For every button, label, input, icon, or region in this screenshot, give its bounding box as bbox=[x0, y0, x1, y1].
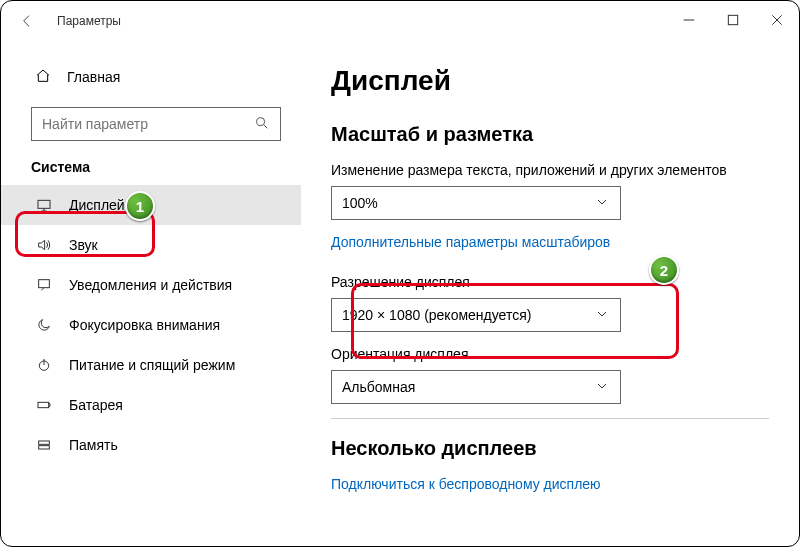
search-box[interactable] bbox=[31, 107, 281, 141]
sidebar: Главная Система Дисплей Звук Уведомл bbox=[1, 41, 301, 546]
scale-advanced-link[interactable]: Дополнительные параметры масштабиров bbox=[331, 234, 610, 250]
notifications-icon bbox=[35, 277, 53, 293]
wireless-display-link[interactable]: Подключиться к беспроводному дисплею bbox=[331, 476, 601, 492]
sidebar-item-label: Уведомления и действия bbox=[69, 277, 232, 293]
search-icon bbox=[254, 115, 270, 134]
close-button[interactable] bbox=[767, 12, 787, 31]
chevron-down-icon bbox=[594, 194, 610, 213]
sidebar-item-label: Фокусировка внимания bbox=[69, 317, 220, 333]
focus-icon bbox=[35, 317, 53, 333]
sidebar-item-label: Дисплей bbox=[69, 197, 125, 213]
window-title: Параметры bbox=[57, 14, 121, 28]
sidebar-item-label: Батарея bbox=[69, 397, 123, 413]
svg-rect-5 bbox=[38, 402, 49, 407]
sidebar-section: Система bbox=[1, 159, 301, 185]
svg-rect-7 bbox=[39, 446, 50, 449]
power-icon bbox=[35, 357, 53, 373]
maximize-icon bbox=[725, 12, 741, 28]
minimize-button[interactable] bbox=[679, 12, 699, 31]
back-button[interactable] bbox=[13, 7, 41, 35]
maximize-button[interactable] bbox=[723, 12, 743, 31]
home-icon bbox=[35, 68, 51, 87]
svg-rect-6 bbox=[39, 441, 50, 444]
chevron-down-icon bbox=[594, 378, 610, 397]
minimize-icon bbox=[681, 12, 697, 28]
sidebar-item-label: Питание и спящий режим bbox=[69, 357, 235, 373]
close-icon bbox=[769, 12, 785, 28]
sidebar-item-battery[interactable]: Батарея bbox=[1, 385, 301, 425]
sidebar-item-label: Звук bbox=[69, 237, 98, 253]
sidebar-item-focus[interactable]: Фокусировка внимания bbox=[1, 305, 301, 345]
orientation-value: Альбомная bbox=[342, 379, 415, 395]
title-bar: Параметры bbox=[1, 1, 799, 41]
arrow-left-icon bbox=[19, 13, 35, 29]
svg-rect-0 bbox=[728, 15, 737, 24]
resolution-value: 1920 × 1080 (рекомендуется) bbox=[342, 307, 531, 323]
scale-label: Изменение размера текста, приложений и д… bbox=[331, 162, 769, 178]
svg-rect-3 bbox=[39, 280, 50, 288]
content-area: Дисплей Масштаб и разметка Изменение раз… bbox=[301, 41, 799, 546]
display-icon bbox=[35, 197, 53, 213]
sidebar-item-notifications[interactable]: Уведомления и действия bbox=[1, 265, 301, 305]
resolution-label: Разрешение дисплея bbox=[331, 274, 769, 290]
battery-icon bbox=[35, 397, 53, 413]
orientation-combo[interactable]: Альбомная bbox=[331, 370, 621, 404]
scale-combo[interactable]: 100% bbox=[331, 186, 621, 220]
orientation-label: Ориентация дисплея bbox=[331, 346, 769, 362]
section-multi-heading: Несколько дисплеев bbox=[331, 437, 769, 460]
svg-point-1 bbox=[257, 117, 265, 125]
page-title: Дисплей bbox=[331, 65, 769, 97]
window-controls bbox=[679, 12, 787, 31]
sidebar-item-display[interactable]: Дисплей bbox=[1, 185, 301, 225]
sound-icon bbox=[35, 237, 53, 253]
scale-value: 100% bbox=[342, 195, 378, 211]
search-input[interactable] bbox=[42, 116, 254, 132]
svg-rect-2 bbox=[38, 200, 50, 208]
chevron-down-icon bbox=[594, 306, 610, 325]
divider bbox=[331, 418, 769, 419]
sidebar-home-label: Главная bbox=[67, 69, 120, 85]
sidebar-item-sound[interactable]: Звук bbox=[1, 225, 301, 265]
section-scale-heading: Масштаб и разметка bbox=[331, 123, 769, 146]
resolution-combo[interactable]: 1920 × 1080 (рекомендуется) bbox=[331, 298, 621, 332]
sidebar-item-label: Память bbox=[69, 437, 118, 453]
sidebar-item-storage[interactable]: Память bbox=[1, 425, 301, 465]
sidebar-home[interactable]: Главная bbox=[1, 57, 301, 97]
storage-icon bbox=[35, 437, 53, 453]
sidebar-item-power[interactable]: Питание и спящий режим bbox=[1, 345, 301, 385]
